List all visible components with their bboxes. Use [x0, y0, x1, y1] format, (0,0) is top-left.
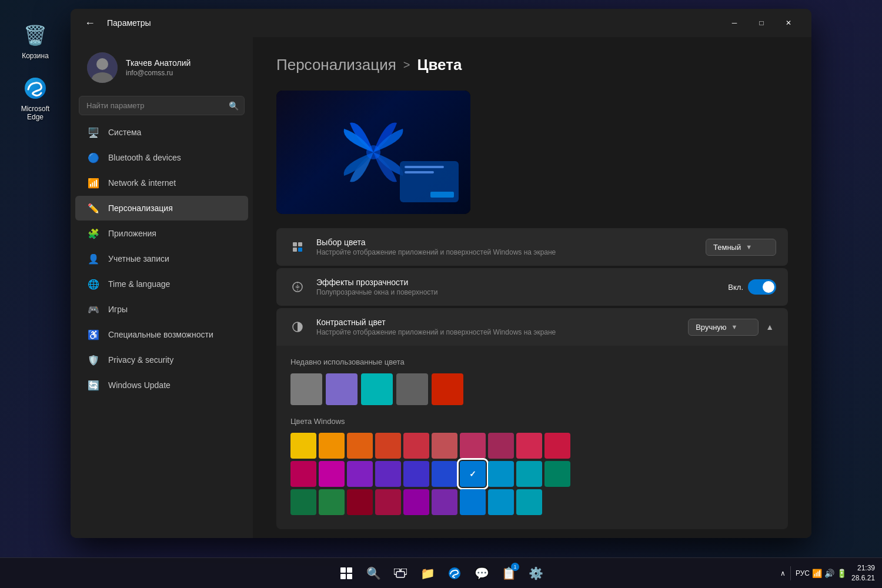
contrast-collapse-button[interactable]: ▲: [763, 320, 776, 334]
color-swatch-3[interactable]: [375, 433, 401, 459]
user-profile[interactable]: Ткачев Анатолий info@comss.ru: [75, 44, 248, 91]
transparency-toggle[interactable]: [748, 279, 776, 295]
color-swatch-10[interactable]: [290, 461, 316, 487]
taskbar-center: 🔍 📁 💬 📋: [335, 562, 547, 585]
settings-window: ← Параметры ─ □ ✕: [71, 9, 811, 538]
color-swatch-2[interactable]: [347, 433, 373, 459]
breadcrumb-parent[interactable]: Персонализация: [276, 56, 396, 74]
color-swatch-27[interactable]: [488, 489, 514, 515]
transparency-text: Эффекты прозрачности Полупрозрачные окна…: [316, 278, 719, 296]
desktop-icon-edge[interactable]: Microsoft Edge: [12, 71, 59, 125]
taskbar-chevron-icon[interactable]: ∧: [780, 569, 786, 577]
sidebar-item-network[interactable]: 📶 Network & internet: [75, 171, 248, 195]
color-swatch-7[interactable]: [488, 433, 514, 459]
color-swatch-23[interactable]: [375, 489, 401, 515]
recent-swatch-3[interactable]: [396, 373, 428, 405]
preview-window-lines: [405, 166, 454, 173]
sidebar-item-time[interactable]: 🌐 Time & language: [75, 272, 248, 296]
transparency-row[interactable]: Эффекты прозрачности Полупрозрачные окна…: [276, 268, 788, 306]
back-button[interactable]: ←: [80, 15, 100, 32]
recent-swatch-4[interactable]: [432, 373, 463, 405]
user-email: info@comss.ru: [126, 69, 236, 77]
network-nav-icon: 📶: [87, 176, 100, 189]
taskbar-taskview-button[interactable]: [389, 562, 412, 585]
recent-swatch-1[interactable]: [326, 373, 358, 405]
color-swatch-24[interactable]: [403, 489, 429, 515]
color-swatch-0[interactable]: [290, 433, 316, 459]
sidebar-item-gaming[interactable]: 🎮 Игры: [75, 297, 248, 322]
personalization-nav-icon: ✏️: [87, 202, 100, 215]
taskbar-start-button[interactable]: [335, 562, 358, 585]
taskbar-separator: [790, 566, 791, 580]
color-swatch-14[interactable]: [403, 461, 429, 487]
taskbar-language-indicator[interactable]: РУС: [796, 569, 810, 577]
color-swatch-18[interactable]: [516, 461, 542, 487]
color-swatch-26[interactable]: [460, 489, 486, 515]
taskbar-clock[interactable]: 21:39 28.6.21: [851, 563, 875, 583]
sidebar-item-apps[interactable]: 🧩 Приложения: [75, 221, 248, 246]
recent-swatch-2[interactable]: [361, 373, 393, 405]
color-choice-dropdown[interactable]: Темный ▼: [706, 239, 776, 256]
taskbar-volume-icon[interactable]: 🔊: [824, 569, 834, 578]
search-input[interactable]: [79, 96, 245, 115]
preview-line-1: [405, 166, 444, 168]
color-swatch-15[interactable]: [432, 461, 457, 487]
sidebar-item-accounts[interactable]: 👤 Учетные записи: [75, 246, 248, 271]
taskbar-edge-button[interactable]: [443, 562, 466, 585]
sidebar-item-bluetooth[interactable]: 🔵 Bluetooth & devices: [75, 145, 248, 170]
color-swatch-28[interactable]: [516, 489, 542, 515]
taskbar-battery-icon[interactable]: 🔋: [837, 569, 847, 578]
taskbar-store-button[interactable]: 📋 1: [497, 562, 520, 585]
accounts-nav-icon: 👤: [87, 252, 100, 265]
title-bar: ← Параметры ─ □ ✕: [71, 9, 811, 37]
edge-label: Microsoft Edge: [15, 105, 55, 121]
desktop-icon-recycle-bin[interactable]: 🗑️ Корзина: [12, 18, 59, 64]
sidebar: Ткачев Анатолий info@comss.ru 🔍 🖥️ Систе…: [71, 37, 253, 538]
taskbar-chat-button[interactable]: 💬: [470, 562, 493, 585]
color-swatch-21[interactable]: [319, 489, 345, 515]
breadcrumb-current: Цвета: [417, 56, 462, 74]
color-swatch-20[interactable]: [290, 489, 316, 515]
color-choice-row[interactable]: Выбор цвета Настройте отображение прилож…: [276, 228, 788, 266]
sidebar-item-system[interactable]: 🖥️ Система: [75, 120, 248, 145]
color-swatch-1[interactable]: [319, 433, 345, 459]
user-info: Ткачев Анатолий info@comss.ru: [126, 58, 236, 77]
contrast-expanded-panel: Недавно использованные цвета Цвета Windo…: [276, 346, 788, 529]
maximize-button[interactable]: □: [748, 14, 775, 32]
privacy-nav-icon: 🛡️: [87, 353, 100, 366]
taskbar-wifi-icon[interactable]: 📶: [812, 569, 822, 578]
color-swatch-25[interactable]: [432, 489, 457, 515]
color-swatch-19[interactable]: [544, 461, 570, 487]
color-swatch-17[interactable]: [488, 461, 514, 487]
color-swatch-11[interactable]: [319, 461, 345, 487]
sidebar-item-update[interactable]: 🔄 Windows Update: [75, 373, 248, 397]
gaming-nav-label: Игры: [108, 305, 128, 314]
contrast-dropdown[interactable]: Вручную ▼: [688, 319, 759, 336]
sidebar-item-accessibility[interactable]: ♿ Специальные возможности: [75, 322, 248, 347]
color-swatch-16[interactable]: [460, 461, 486, 487]
color-swatch-13[interactable]: [375, 461, 401, 487]
color-swatch-22[interactable]: [347, 489, 373, 515]
color-swatch-5[interactable]: [432, 433, 457, 459]
contrast-row[interactable]: Контрастный цвет Настройте отображение п…: [276, 308, 788, 346]
color-swatch-8[interactable]: [516, 433, 542, 459]
sidebar-item-privacy[interactable]: 🛡️ Privacy & security: [75, 348, 248, 372]
close-button[interactable]: ✕: [775, 14, 802, 32]
taskbar-settings-button[interactable]: ⚙️: [524, 562, 547, 585]
color-choice-title: Выбор цвета: [316, 238, 696, 247]
recent-swatch-0[interactable]: [290, 373, 322, 405]
minimize-button[interactable]: ─: [721, 14, 748, 32]
sidebar-item-personalization[interactable]: ✏️ Персонализация: [75, 196, 248, 220]
color-swatch-12[interactable]: [347, 461, 373, 487]
taskbar-search-button[interactable]: 🔍: [362, 562, 385, 585]
contrast-dropdown-arrow-icon: ▼: [731, 323, 738, 330]
personalization-nav-label: Персонализация: [108, 203, 173, 213]
contrast-title: Контрастный цвет: [316, 318, 679, 327]
color-swatch-6[interactable]: [460, 433, 486, 459]
color-swatch-9[interactable]: [544, 433, 570, 459]
contrast-desc: Настройте отображение приложений и повер…: [316, 328, 679, 336]
color-swatch-4[interactable]: [403, 433, 429, 459]
svg-rect-6: [298, 242, 302, 246]
taskbar-explorer-button[interactable]: 📁: [416, 562, 439, 585]
svg-point-2: [96, 58, 108, 70]
